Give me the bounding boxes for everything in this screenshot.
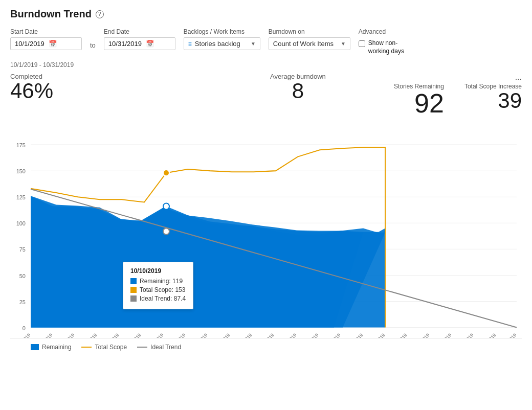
svg-text:0: 0	[23, 325, 26, 331]
legend-ideal-trend: Ideal Trend	[137, 344, 181, 351]
end-date-label: End Date	[104, 28, 175, 35]
start-date-input[interactable]: 10/1/2019 📅	[10, 37, 82, 50]
completed-stat: Completed 46%	[10, 73, 202, 102]
end-date-value: 10/31/2019	[108, 40, 142, 48]
svg-text:10/10/2019: 10/10/2019	[167, 332, 187, 338]
show-nonworking-row: Show non-working days	[359, 39, 414, 55]
scope-stat: Total Scope Increase 39	[464, 83, 522, 111]
svg-text:10/17/2019: 10/17/2019	[278, 332, 298, 338]
right-stats: ... Stories Remaining 92 Total Scope Inc…	[394, 73, 522, 117]
svg-text:10/28/2019: 10/28/2019	[433, 332, 453, 338]
chevron-down-icon-burndown: ▼	[341, 41, 346, 47]
burndown-dropdown[interactable]: Count of Work Items ▼	[269, 37, 350, 50]
svg-text:10/14/2019: 10/14/2019	[211, 332, 231, 338]
backlogs-dropdown[interactable]: ≡ Stories backlog ▼	[184, 37, 260, 50]
svg-text:10/29/2019: 10/29/2019	[455, 332, 475, 338]
show-nonworking-checkbox[interactable]	[359, 40, 365, 47]
legend-ideal-label: Ideal Trend	[150, 344, 181, 351]
advanced-group: Advanced Show non-working days	[359, 28, 414, 55]
legend-remaining: Remaining	[31, 344, 71, 351]
svg-text:150: 150	[16, 168, 26, 174]
date-range: 10/1/2019 - 10/31/2019	[10, 61, 522, 69]
svg-text:10/9/2019: 10/9/2019	[146, 332, 164, 338]
backlogs-label: Backlogs / Work Items	[184, 28, 260, 35]
help-icon[interactable]: ?	[96, 10, 104, 18]
burndown-avg-value: 8	[202, 80, 394, 102]
svg-point-20	[163, 170, 169, 176]
advanced-label: Advanced	[359, 28, 414, 35]
svg-marker-18	[31, 196, 385, 327]
svg-text:10/21/2019: 10/21/2019	[322, 332, 342, 338]
chevron-down-icon: ▼	[251, 41, 256, 47]
svg-text:10/23/2019: 10/23/2019	[366, 332, 386, 338]
svg-text:100: 100	[16, 220, 26, 226]
chart-area: 0 25 50 75 100 125 150 175	[10, 119, 522, 338]
scope-value: 39	[498, 90, 522, 111]
start-date-group: Start Date 10/1/2019 📅	[10, 28, 82, 50]
svg-text:10/2/2019: 10/2/2019	[35, 332, 53, 338]
burndown-group: Burndown on Count of Work Items ▼	[269, 28, 350, 50]
svg-text:10/22/2019: 10/22/2019	[344, 332, 364, 338]
backlogs-value: Stories backlog	[195, 40, 248, 48]
svg-text:10/1/2019: 10/1/2019	[13, 332, 31, 338]
legend-scope-label: Total Scope	[95, 344, 127, 351]
to-label: to	[90, 41, 96, 49]
remaining-value: 92	[414, 90, 444, 117]
end-date-group: End Date 10/31/2019 📅	[104, 28, 175, 50]
svg-text:10/15/2019: 10/15/2019	[233, 332, 253, 338]
end-date-input[interactable]: 10/31/2019 📅	[104, 37, 175, 50]
svg-text:75: 75	[19, 247, 26, 253]
backlog-list-icon: ≡	[188, 40, 192, 48]
start-date-value: 10/1/2019	[15, 40, 45, 48]
more-button[interactable]: ...	[515, 73, 522, 82]
svg-point-21	[163, 203, 169, 210]
legend-scope-line	[81, 347, 92, 348]
burndown-stat: Average burndown 8	[202, 73, 394, 102]
completed-value: 46%	[10, 80, 202, 102]
burndown-value: Count of Work Items	[273, 40, 338, 48]
legend-ideal-line	[137, 347, 147, 348]
svg-text:10/24/2019: 10/24/2019	[388, 332, 408, 338]
remaining-stat: Stories Remaining 92	[394, 83, 444, 117]
svg-text:10/30/2019: 10/30/2019	[477, 332, 497, 338]
start-date-label: Start Date	[10, 28, 82, 35]
svg-text:10/25/2019: 10/25/2019	[411, 332, 431, 338]
burndown-chart: 0 25 50 75 100 125 150 175	[10, 119, 522, 338]
svg-text:25: 25	[19, 299, 26, 305]
svg-text:10/31/2019: 10/31/2019	[498, 332, 518, 338]
legend-remaining-color	[31, 344, 39, 350]
svg-text:10/18/2019: 10/18/2019	[300, 332, 320, 338]
show-nonworking-label: Show non-working days	[368, 39, 414, 55]
stats-row: Completed 46% Average burndown 8 ... Sto…	[10, 73, 522, 117]
legend-remaining-label: Remaining	[42, 344, 71, 351]
svg-text:10/7/2019: 10/7/2019	[102, 332, 120, 338]
calendar-icon-end: 📅	[146, 40, 171, 48]
svg-text:50: 50	[19, 273, 26, 279]
backlogs-group: Backlogs / Work Items ≡ Stories backlog …	[184, 28, 260, 50]
svg-text:10/3/2019: 10/3/2019	[57, 332, 75, 338]
svg-text:125: 125	[16, 194, 26, 200]
svg-point-22	[163, 229, 169, 235]
page-title: Burndown Trend	[10, 8, 92, 20]
svg-text:10/8/2019: 10/8/2019	[124, 332, 142, 338]
svg-text:10/16/2019: 10/16/2019	[255, 332, 275, 338]
svg-text:10/11/2019: 10/11/2019	[189, 332, 209, 338]
burndown-label: Burndown on	[269, 28, 350, 35]
svg-text:10/4/2019: 10/4/2019	[80, 332, 98, 338]
calendar-icon: 📅	[49, 40, 77, 48]
legend-total-scope: Total Scope	[81, 344, 127, 351]
chart-legend: Remaining Total Scope Ideal Trend	[10, 344, 522, 351]
svg-text:175: 175	[16, 142, 26, 148]
